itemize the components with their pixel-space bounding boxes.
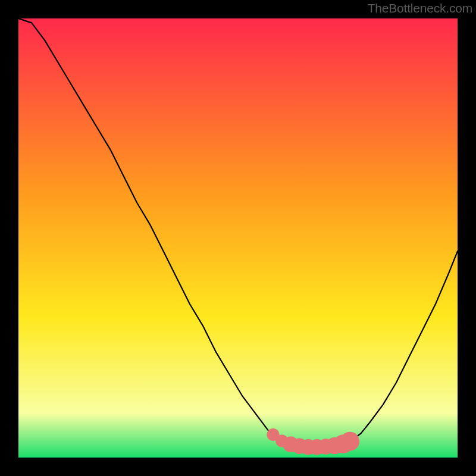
plot-area <box>18 18 458 458</box>
attribution-label: TheBottleneck.com <box>368 1 472 15</box>
gradient-background <box>18 18 458 458</box>
chart-container: TheBottleneck.com <box>0 0 476 476</box>
chart-svg <box>18 18 458 458</box>
marker-point <box>340 432 359 451</box>
